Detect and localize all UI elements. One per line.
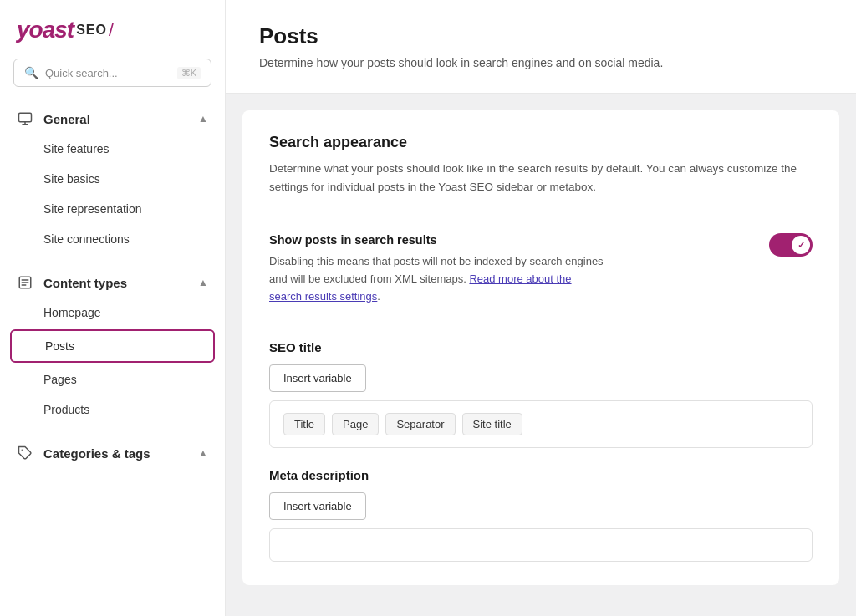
meta-description-section: Meta description Insert variable: [269, 468, 813, 562]
meta-description-label: Meta description: [269, 468, 813, 482]
search-placeholder-text: Quick search...: [45, 67, 171, 79]
logo-seo: SEO: [76, 23, 107, 38]
meta-description-box[interactable]: [269, 528, 813, 562]
sidebar-item-site-basics[interactable]: Site basics: [0, 164, 225, 194]
sidebar-item-posts[interactable]: Posts: [10, 329, 215, 363]
document-icon: [17, 274, 33, 291]
categories-tags-section-title: Categories & tags: [43, 446, 150, 461]
toggle-suffix: .: [377, 290, 380, 303]
page-title: Posts: [259, 23, 823, 49]
tag-page[interactable]: Page: [332, 413, 379, 435]
tag-title[interactable]: Title: [283, 413, 325, 435]
insert-variable-button-seo[interactable]: Insert variable: [269, 364, 366, 392]
tag-separator[interactable]: Separator: [385, 413, 455, 435]
page-header: Posts Determine how your posts should lo…: [226, 0, 856, 94]
general-chevron-icon: ▲: [198, 113, 208, 125]
general-section-title: General: [43, 112, 90, 126]
sidebar-item-site-connections[interactable]: Site connections: [0, 224, 225, 254]
monitor-icon: [17, 110, 33, 127]
content-types-nav-items: Homepage Posts Pages Products: [0, 298, 225, 428]
divider-2: [269, 323, 813, 323]
search-appearance-description: Determine what your posts should look li…: [269, 160, 813, 196]
sidebar-item-site-features[interactable]: Site features: [0, 134, 225, 164]
nav-section-content-types: Content types ▲ Homepage Posts Pages Pro…: [0, 264, 225, 435]
tag-site-title[interactable]: Site title: [462, 413, 522, 435]
search-icon: 🔍: [24, 66, 38, 79]
logo: yoast SEO /: [17, 17, 208, 43]
categories-tags-chevron-icon: ▲: [198, 447, 208, 459]
toggle-row: Show posts in search results Disabling t…: [269, 233, 813, 305]
svg-rect-0: [19, 113, 32, 122]
divider-1: [269, 216, 813, 216]
sidebar-item-products[interactable]: Products: [0, 395, 225, 425]
sidebar-item-homepage[interactable]: Homepage: [0, 298, 225, 328]
content-types-section-title: Content types: [43, 276, 127, 290]
sidebar-item-pages[interactable]: Pages: [0, 364, 225, 395]
toggle-track: ✓: [769, 233, 813, 257]
toggle-thumb: ✓: [792, 236, 810, 254]
seo-title-label: SEO title: [269, 340, 813, 354]
nav-section-categories-tags: Categories & tags ▲: [0, 435, 225, 475]
content-types-chevron-icon: ▲: [198, 277, 208, 288]
seo-title-tags-box: Title Page Separator Site title: [269, 400, 813, 448]
tag-icon: [17, 445, 33, 461]
nav-section-categories-tags-header[interactable]: Categories & tags ▲: [0, 435, 225, 468]
content-area: Search appearance Determine what your po…: [226, 110, 856, 585]
general-nav-items: Site features Site basics Site represent…: [0, 134, 225, 257]
sidebar-item-site-representation[interactable]: Site representation: [0, 194, 225, 224]
toggle-description: Disabling this means that posts will not…: [269, 253, 604, 305]
search-appearance-card: Search appearance Determine what your po…: [242, 110, 839, 585]
toggle-label: Show posts in search results: [269, 233, 752, 247]
logo-area: yoast SEO /: [0, 0, 225, 59]
search-appearance-title: Search appearance: [269, 134, 813, 151]
page-subtitle: Determine how your posts should look in …: [259, 56, 823, 69]
search-box[interactable]: 🔍 Quick search... ⌘K: [13, 59, 211, 87]
nav-section-content-types-header[interactable]: Content types ▲: [0, 264, 225, 298]
insert-variable-button-meta[interactable]: Insert variable: [269, 492, 366, 520]
toggle-switch[interactable]: ✓: [769, 233, 813, 257]
logo-yoast: yoast: [17, 17, 74, 43]
toggle-check-icon: ✓: [797, 240, 805, 251]
sidebar: yoast SEO / 🔍 Quick search... ⌘K General…: [0, 0, 226, 616]
nav-section-general: General ▲ Site features Site basics Site…: [0, 100, 225, 264]
seo-title-section: SEO title Insert variable Title Page Sep…: [269, 340, 813, 448]
nav-section-general-header[interactable]: General ▲: [0, 100, 225, 134]
logo-slash: /: [109, 19, 114, 41]
main-content: Posts Determine how your posts should lo…: [226, 0, 856, 616]
search-shortcut: ⌘K: [177, 67, 201, 79]
